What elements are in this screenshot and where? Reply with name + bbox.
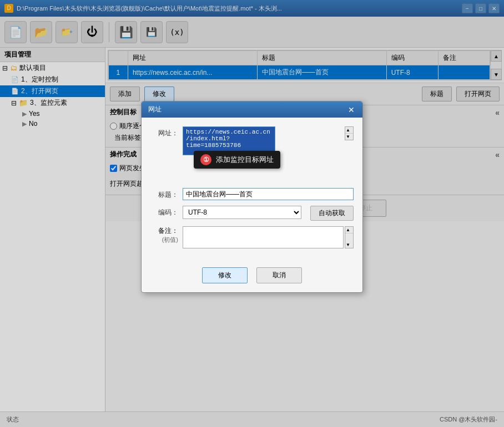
tooltip-badge: ① xyxy=(200,154,211,165)
note-sub-label: (初值) xyxy=(162,236,178,244)
note-form-row: 备注： (初值) ▲ ▼ xyxy=(150,226,354,248)
url-form-row: 网址： ① 添加监控目标网址 ▲ ▼ xyxy=(150,126,354,157)
url-input-container: ① 添加监控目标网址 xyxy=(183,126,339,157)
note-label-col: 备注： (初值) xyxy=(150,226,178,244)
title-form-label: 标题： xyxy=(150,188,178,200)
url-scroll-down[interactable]: ▼ xyxy=(345,134,353,140)
modal-confirm-button[interactable]: 修改 xyxy=(202,267,248,283)
modal-title-bar: 网址 ✕ xyxy=(142,101,362,118)
title-form-row: 标题： xyxy=(150,188,354,200)
tooltip: ① 添加监控目标网址 xyxy=(194,151,280,169)
note-input-container: ▲ ▼ xyxy=(183,226,354,248)
note-scroll-down[interactable]: ▼ xyxy=(345,242,353,248)
url-scroll-up[interactable]: ▲ xyxy=(345,127,353,134)
encoding-form-label: 编码： xyxy=(150,206,178,217)
note-scrollbar: ▲ ▼ xyxy=(345,226,354,248)
note-form-label: 备注： xyxy=(158,226,178,236)
modal-footer: 修改 取消 xyxy=(142,263,362,292)
modal-cancel-button[interactable]: 取消 xyxy=(256,267,302,283)
modal-title: 网址 xyxy=(148,105,162,114)
modal-body: 网址： ① 添加监控目标网址 ▲ ▼ 标题： xyxy=(142,118,362,263)
title-input[interactable] xyxy=(183,188,354,200)
url-scrollbar: ▲ ▼ xyxy=(345,126,354,140)
tooltip-text: 添加监控目标网址 xyxy=(216,155,274,165)
encoding-select[interactable]: UTF-8 GBK GB2312 Big5 xyxy=(183,206,301,219)
modal-dialog: 网址 ✕ 网址： ① 添加监控目标网址 ▲ ▼ xyxy=(141,101,363,293)
note-textarea[interactable] xyxy=(183,226,344,248)
modal-close-button[interactable]: ✕ xyxy=(347,105,356,114)
url-form-label: 网址： xyxy=(150,126,178,138)
modal-overlay: 网址 ✕ 网址： ① 添加监控目标网址 ▲ ▼ xyxy=(0,0,504,427)
note-scroll-track xyxy=(345,233,353,242)
encoding-form-row: 编码： UTF-8 GBK GB2312 Big5 自动获取 xyxy=(150,206,354,221)
note-scroll-up[interactable]: ▲ xyxy=(345,227,353,233)
auto-get-button[interactable]: 自动获取 xyxy=(310,206,354,221)
